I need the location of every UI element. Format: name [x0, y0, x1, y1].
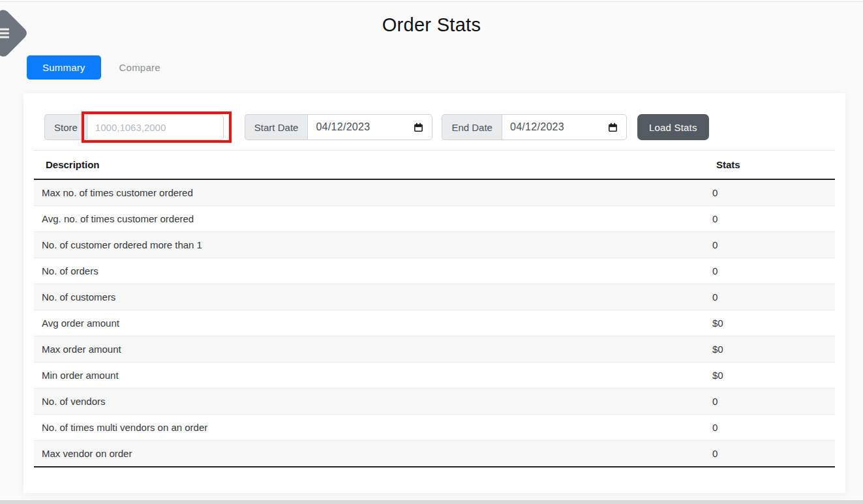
table-row: No. of orders 0 — [34, 258, 835, 284]
row-description: Max no. of times customer ordered — [34, 179, 704, 206]
row-stats: 0 — [704, 441, 835, 467]
row-stats: 0 — [704, 232, 835, 258]
row-stats: $0 — [704, 336, 835, 363]
row-stats: 0 — [704, 206, 835, 232]
end-date-input[interactable]: 04/12/2023 — [502, 114, 627, 140]
stats-card: Store Start Date 04/12/2023 — [23, 93, 845, 493]
row-stats: 0 — [704, 179, 835, 206]
column-header-description: Description — [34, 151, 704, 180]
table-row: Min order amount $0 — [34, 363, 835, 389]
row-stats: 0 — [704, 415, 835, 441]
table-row: No. of customer ordered more than 1 0 — [34, 232, 835, 258]
start-date-value: 04/12/2023 — [316, 121, 370, 133]
calendar-icon[interactable] — [413, 122, 424, 133]
table-row: No. of customers 0 — [34, 284, 835, 310]
table-row: Max order amount $0 — [34, 336, 835, 363]
row-description: Max order amount — [34, 336, 704, 363]
tab-compare[interactable]: Compare — [117, 55, 163, 80]
table-row: Max vendor on order 0 — [34, 441, 835, 467]
table-row: No. of times multi vendors on an order 0 — [34, 415, 835, 441]
table-row: Max no. of times customer ordered 0 — [34, 179, 835, 206]
row-description: Min order amount — [34, 363, 704, 389]
row-description: Max vendor on order — [34, 441, 704, 467]
tab-bar: Summary Compare — [27, 55, 863, 80]
table-row: Avg order amount $0 — [34, 310, 835, 336]
store-input-group: Store — [44, 114, 224, 140]
row-description: No. of customer ordered more than 1 — [34, 232, 704, 258]
row-stats: 0 — [704, 258, 835, 284]
start-date-group: Start Date 04/12/2023 — [245, 114, 433, 140]
start-date-input[interactable]: 04/12/2023 — [307, 114, 432, 140]
row-description: Avg. no. of times customer ordered — [34, 206, 704, 232]
row-stats: 0 — [704, 284, 835, 310]
top-border-line — [0, 1, 863, 2]
end-date-value: 04/12/2023 — [510, 121, 564, 133]
row-stats: 0 — [704, 389, 835, 415]
row-description: No. of times multi vendors on an order — [34, 415, 704, 441]
row-description: No. of orders — [34, 258, 704, 284]
store-label: Store — [44, 114, 87, 140]
row-description: Avg order amount — [34, 310, 704, 336]
stats-table: Description Stats Max no. of times custo… — [34, 150, 835, 467]
page-title: Order Stats — [0, 14, 863, 36]
load-stats-button[interactable]: Load Stats — [637, 114, 709, 140]
table-header-row: Description Stats — [34, 151, 835, 180]
bottom-strip — [0, 500, 863, 504]
store-input[interactable] — [87, 114, 224, 140]
table-row: Avg. no. of times customer ordered 0 — [34, 206, 835, 232]
filter-row: Store Start Date 04/12/2023 — [44, 114, 835, 140]
hamburger-icon — [0, 29, 9, 38]
row-description: No. of vendors — [34, 389, 704, 415]
start-date-label: Start Date — [245, 114, 308, 140]
row-stats: $0 — [704, 310, 835, 336]
row-stats: $0 — [704, 363, 835, 389]
stats-table-body: Max no. of times customer ordered 0 Avg.… — [34, 179, 835, 467]
row-description: No. of customers — [34, 284, 704, 310]
column-header-stats: Stats — [704, 151, 835, 180]
table-row: No. of vendors 0 — [34, 389, 835, 415]
end-date-label: End Date — [442, 114, 502, 140]
calendar-icon[interactable] — [607, 122, 618, 133]
end-date-group: End Date 04/12/2023 — [442, 114, 627, 140]
tab-summary[interactable]: Summary — [27, 55, 101, 80]
